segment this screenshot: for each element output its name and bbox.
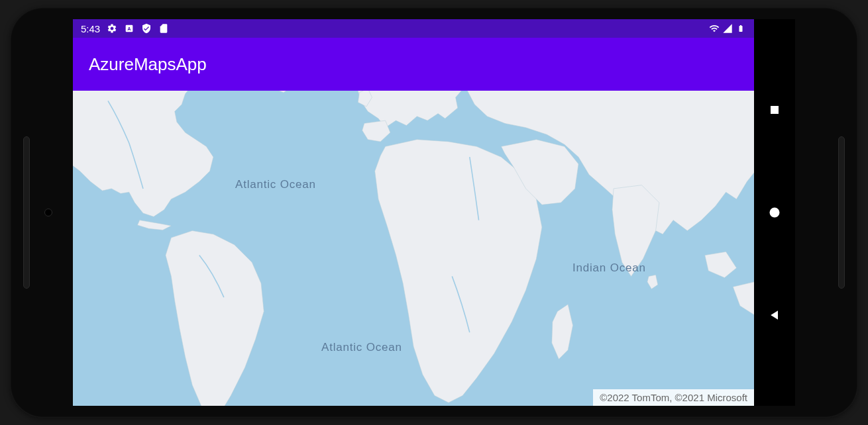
svg-point-3 (770, 207, 780, 217)
triangle-back-icon (768, 308, 781, 322)
circle-icon (768, 206, 781, 219)
map-view[interactable]: Atlantic Ocean Atlantic Ocean Indian Oce… (73, 91, 754, 406)
back-button[interactable] (768, 308, 781, 322)
camera-lens (44, 209, 52, 216)
ocean-label-atlantic-south: Atlantic Ocean (321, 341, 402, 354)
app-area: 5:43 A (73, 19, 754, 406)
africa-landmass (375, 140, 542, 402)
se-asia-landmass (705, 252, 737, 277)
speaker-grill-right (838, 136, 845, 289)
status-time: 5:43 (81, 23, 100, 34)
status-bar: 5:43 A (73, 19, 754, 38)
navigation-bar (754, 19, 795, 406)
app-title: AzureMapsApp (89, 54, 207, 75)
device-frame: 5:43 A (10, 7, 858, 418)
svg-text:A: A (128, 26, 132, 32)
south-america-landmass (166, 231, 264, 406)
svg-rect-2 (771, 106, 779, 114)
shield-icon (141, 23, 152, 34)
home-button[interactable] (768, 206, 781, 219)
wifi-icon (709, 23, 720, 34)
status-right (709, 23, 746, 34)
app-bar: AzureMapsApp (73, 38, 754, 91)
signal-icon (722, 23, 733, 34)
caribbean-landmass (138, 220, 172, 230)
square-icon (769, 104, 781, 116)
gear-icon (107, 23, 117, 34)
recents-button[interactable] (768, 103, 781, 117)
ocean-label-atlantic-north: Atlantic Ocean (235, 178, 316, 191)
map-canvas (73, 91, 754, 406)
screen: 5:43 A (73, 19, 795, 406)
app-badge-icon: A (124, 23, 135, 34)
map-attribution: ©2022 TomTom, ©2021 Microsoft (593, 389, 754, 406)
status-left: 5:43 A (81, 23, 169, 34)
speaker-grill-left (23, 136, 30, 289)
sri-lanka-landmass (647, 275, 658, 289)
north-america-landmass (73, 91, 213, 216)
greenland-landmass (256, 91, 298, 93)
sd-card-icon (158, 23, 169, 34)
indonesia-landmass (733, 282, 754, 318)
ocean-label-indian: Indian Ocean (572, 261, 646, 275)
iberia-landmass (362, 120, 390, 142)
battery-icon (735, 23, 746, 34)
madagascar-landmass (552, 305, 573, 359)
